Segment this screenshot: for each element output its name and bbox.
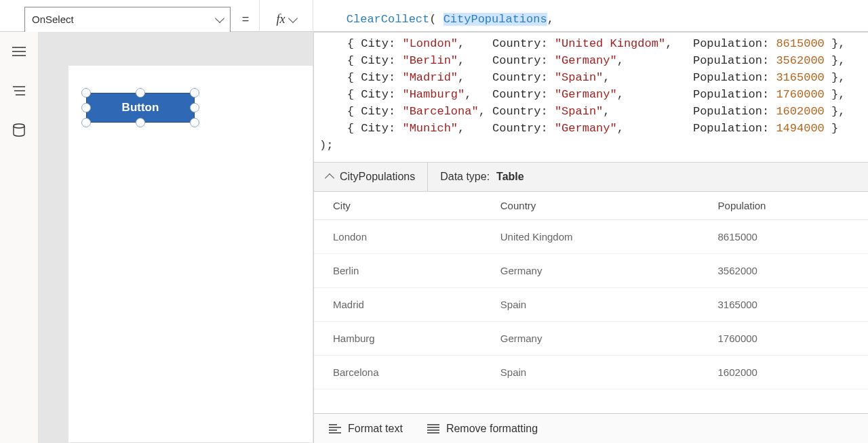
results-datatype-seg: Data type: Table [428, 163, 868, 191]
table-row[interactable]: HamburgGermany1760000 [314, 322, 868, 356]
formula-pane: { City: "London", Country: "United Kingd… [313, 32, 868, 443]
property-selector[interactable]: OnSelect [24, 7, 231, 33]
data-icon[interactable] [12, 123, 26, 138]
cell-city: Barcelona [314, 356, 491, 389]
table-row[interactable]: MadridSpain3165000 [314, 288, 868, 322]
resize-handle[interactable] [136, 88, 145, 98]
results-datatype-label: Data type: [440, 171, 490, 183]
cell-country: United Kingdom [491, 220, 709, 254]
property-selector-value: OnSelect [32, 14, 74, 25]
cell-population: 1760000 [709, 322, 868, 356]
cell-city: Berlin [314, 254, 491, 288]
tree-view-icon[interactable] [12, 83, 26, 98]
formula-line[interactable]: { City: "Berlin", Country: "Germany", Po… [319, 52, 863, 69]
chevron-up-icon [325, 173, 334, 183]
resize-handle[interactable] [190, 88, 199, 98]
formula-footer: Format text Remove formatting [314, 413, 868, 443]
format-text-icon [329, 424, 341, 434]
resize-handle[interactable] [81, 103, 91, 112]
resize-handle[interactable] [81, 88, 91, 98]
chevron-down-icon [288, 13, 297, 22]
formula-bar: OnSelect = fx ClearCollect( CityPopulati… [0, 0, 868, 32]
cell-city: Madrid [314, 288, 491, 322]
table-row[interactable]: LondonUnited Kingdom8615000 [314, 220, 868, 254]
cell-population: 1602000 [709, 356, 868, 389]
remove-formatting-icon [427, 424, 439, 434]
svg-point-0 [14, 124, 24, 128]
formula-line[interactable]: ); [319, 137, 863, 154]
button-selection[interactable]: Button [86, 93, 195, 123]
canvas-button-label: Button [122, 101, 159, 114]
table-row[interactable]: BarcelonaSpain1602000 [314, 356, 868, 389]
results-table[interactable]: City Country Population LondonUnited Kin… [314, 192, 868, 413]
cell-country: Spain [491, 288, 709, 322]
results-collection-seg[interactable]: CityPopulations [314, 163, 428, 191]
resize-handle[interactable] [136, 118, 145, 127]
cell-city: London [314, 220, 491, 254]
canvas-pane: Button [39, 32, 313, 443]
canvas-screen[interactable]: Button [68, 66, 313, 442]
resize-handle[interactable] [190, 118, 199, 127]
left-rail [0, 32, 39, 443]
col-population[interactable]: Population [709, 192, 868, 220]
formula-line[interactable]: { City: "Madrid", Country: "Spain", Popu… [319, 69, 863, 86]
col-city[interactable]: City [314, 192, 491, 220]
results-collection-label: CityPopulations [340, 171, 415, 183]
table-header-row: City Country Population [314, 192, 868, 220]
remove-formatting-button[interactable]: Remove formatting [427, 423, 538, 435]
col-country[interactable]: Country [491, 192, 709, 220]
formula-line[interactable]: { City: "London", Country: "United Kingd… [319, 35, 863, 52]
fx-label: fx [277, 12, 285, 26]
format-text-button[interactable]: Format text [329, 423, 403, 435]
equals-sign: = [232, 12, 259, 26]
formula-line[interactable]: { City: "Hamburg", Country: "Germany", P… [319, 86, 863, 103]
cell-city: Hamburg [314, 322, 491, 356]
formula-editor[interactable]: { City: "London", Country: "United Kingd… [314, 33, 868, 162]
resize-handle[interactable] [190, 103, 199, 112]
results-header: CityPopulations Data type: Table [314, 162, 868, 192]
cell-country: Germany [491, 322, 709, 356]
cell-population: 3165000 [709, 288, 868, 322]
resize-handle[interactable] [81, 118, 91, 127]
cell-population: 8615000 [709, 220, 868, 254]
cell-country: Germany [491, 254, 709, 288]
cell-population: 3562000 [709, 254, 868, 288]
cell-country: Spain [491, 356, 709, 389]
formula-line[interactable]: { City: "Barcelona", Country: "Spain", P… [319, 103, 863, 120]
table-row[interactable]: BerlinGermany3562000 [314, 254, 868, 288]
hamburger-icon[interactable] [12, 44, 26, 59]
results-datatype-value: Table [496, 171, 524, 183]
chevron-down-icon [215, 13, 224, 22]
formula-line[interactable]: { City: "Munich", Country: "Germany", Po… [319, 120, 863, 137]
